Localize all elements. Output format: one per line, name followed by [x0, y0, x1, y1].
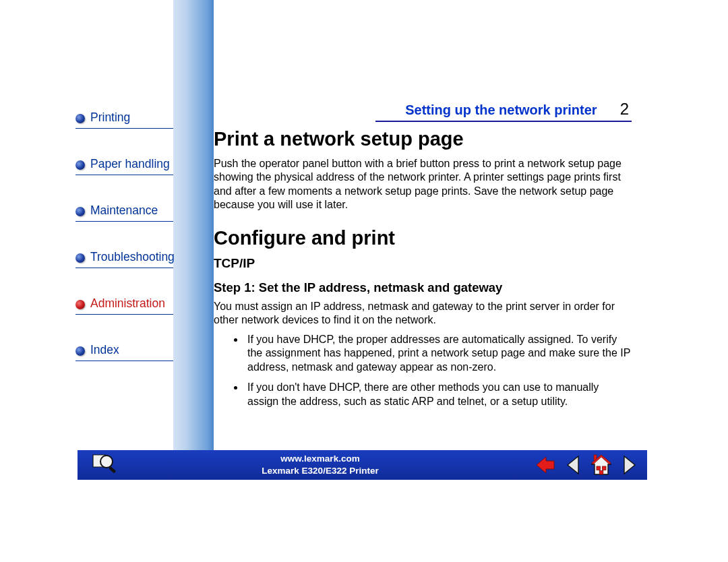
bullet-icon — [75, 253, 85, 263]
footer-url[interactable]: www.lexmark.com — [131, 453, 509, 465]
nav-label: Printing — [90, 111, 130, 125]
svg-rect-5 — [599, 471, 603, 475]
bullet-icon — [75, 207, 85, 216]
arrow-left-red-icon — [535, 456, 555, 474]
nav-item-maintenance[interactable]: Maintenance — [75, 204, 173, 222]
footer-nav-icons — [509, 454, 647, 476]
page-number: 2 — [620, 100, 632, 119]
nav-item-troubleshooting[interactable]: Troubleshooting — [75, 250, 173, 268]
list-item: If you don't have DHCP, there are other … — [245, 381, 632, 408]
bullet-icon — [75, 160, 85, 170]
footer-bar: www.lexmark.com Lexmark E320/E322 Printe… — [78, 450, 647, 480]
bullet-icon — [75, 114, 85, 123]
nav-label: Maintenance — [90, 204, 158, 218]
back-button[interactable] — [535, 456, 555, 474]
sidebar-nav: Printing Paper handling Maintenance Trou… — [75, 111, 173, 389]
section-name: Setting up the network printer — [405, 102, 597, 118]
heading-print-network-setup: Print a network setup page — [214, 128, 632, 150]
nav-label: Index — [90, 343, 119, 357]
nav-label: Troubleshooting — [90, 250, 175, 264]
step-heading: Step 1: Set the IP address, netmask and … — [214, 280, 632, 295]
nav-item-administration[interactable]: Administration — [75, 296, 173, 315]
prev-page-button[interactable] — [565, 455, 580, 475]
nav-item-printing[interactable]: Printing — [75, 111, 173, 129]
magnifier-icon — [90, 452, 119, 478]
svg-rect-4 — [603, 466, 607, 470]
heading-configure-and-print: Configure and print — [214, 227, 632, 249]
triangle-right-icon — [623, 455, 638, 475]
footer-text: www.lexmark.com Lexmark E320/E322 Printe… — [131, 453, 509, 477]
instruction-list: If you have DHCP, the proper addresses a… — [245, 333, 632, 408]
section-header: Setting up the network printer 2 — [375, 100, 632, 122]
footer-product: Lexmark E320/E322 Printer — [131, 465, 509, 477]
svg-rect-3 — [597, 466, 601, 470]
main-content: Setting up the network printer 2 Print a… — [214, 101, 632, 415]
paragraph-ip-assign: You must assign an IP address, netmask a… — [214, 300, 632, 327]
nav-label: Paper handling — [90, 157, 170, 171]
home-icon — [589, 454, 613, 476]
paragraph-setup-page: Push the operator panel button with a br… — [214, 157, 632, 212]
search-button[interactable] — [78, 450, 131, 480]
svg-rect-1 — [109, 466, 116, 474]
home-button[interactable] — [589, 454, 613, 476]
bullet-icon — [75, 346, 85, 356]
nav-label: Administration — [90, 296, 165, 311]
list-item: If you have DHCP, the proper addresses a… — [245, 333, 632, 374]
subheading-tcpip: TCP/IP — [214, 256, 632, 271]
nav-item-paper-handling[interactable]: Paper handling — [75, 157, 173, 175]
triangle-left-icon — [565, 455, 580, 475]
bullet-icon — [75, 300, 85, 309]
next-page-button[interactable] — [623, 455, 638, 475]
vertical-gradient-strip — [173, 0, 214, 478]
nav-item-index[interactable]: Index — [75, 343, 173, 361]
svg-point-0 — [100, 456, 113, 468]
